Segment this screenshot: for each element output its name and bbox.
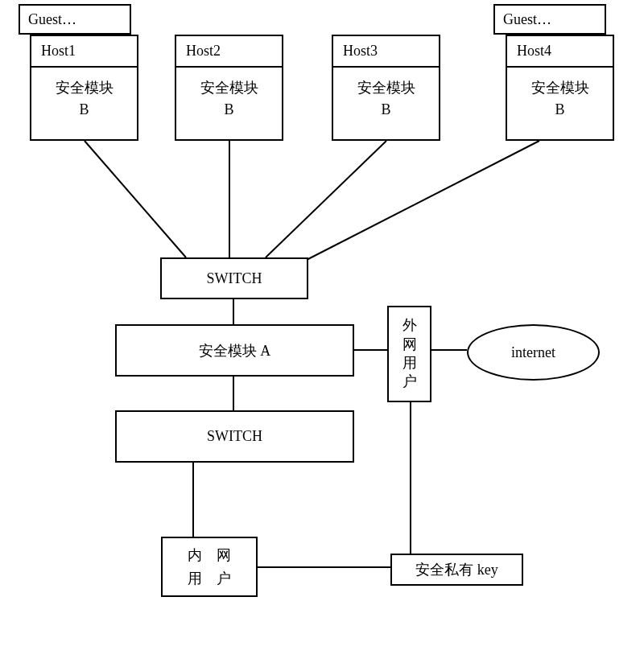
host1-module: 安全模块 B	[31, 68, 137, 130]
host2-module: 安全模块 B	[176, 68, 282, 130]
svg-line-2	[266, 141, 386, 257]
private-key-box: 安全私有 key	[390, 554, 523, 586]
host4-name: Host4	[507, 36, 613, 68]
internet-ellipse: internet	[467, 324, 600, 381]
host-box-4: Host4 安全模块 B	[506, 35, 614, 141]
internet-label: internet	[511, 344, 555, 361]
switch-label-1: SWITCH	[207, 270, 262, 287]
guest-box-1: Guest…	[19, 4, 131, 35]
external-user-label: 外 网 用 户	[402, 316, 417, 392]
security-module-a-label: 安全模块 A	[199, 341, 271, 360]
host3-module: 安全模块 B	[333, 68, 439, 130]
guest-box-2: Guest…	[493, 4, 606, 35]
guest-label-2: Guest…	[503, 11, 551, 28]
svg-line-0	[85, 141, 186, 257]
internal-user-label: 内 网 用 户	[188, 544, 231, 591]
host-box-1: Host1 安全模块 B	[30, 35, 138, 141]
svg-line-3	[302, 141, 539, 262]
security-module-a-box: 安全模块 A	[115, 324, 354, 377]
switch-box-1: SWITCH	[160, 257, 308, 299]
host1-name: Host1	[31, 36, 137, 68]
guest-label-1: Guest…	[28, 11, 76, 28]
switch-box-2: SWITCH	[115, 410, 354, 463]
host4-module: 安全模块 B	[507, 68, 613, 130]
switch-label-2: SWITCH	[207, 428, 262, 445]
private-key-label: 安全私有 key	[415, 560, 498, 579]
external-user-box: 外 网 用 户	[387, 306, 431, 402]
internal-user-box: 内 网 用 户	[161, 537, 258, 597]
host-box-3: Host3 安全模块 B	[332, 35, 440, 141]
host3-name: Host3	[333, 36, 439, 68]
host-box-2: Host2 安全模块 B	[175, 35, 283, 141]
host2-name: Host2	[176, 36, 282, 68]
